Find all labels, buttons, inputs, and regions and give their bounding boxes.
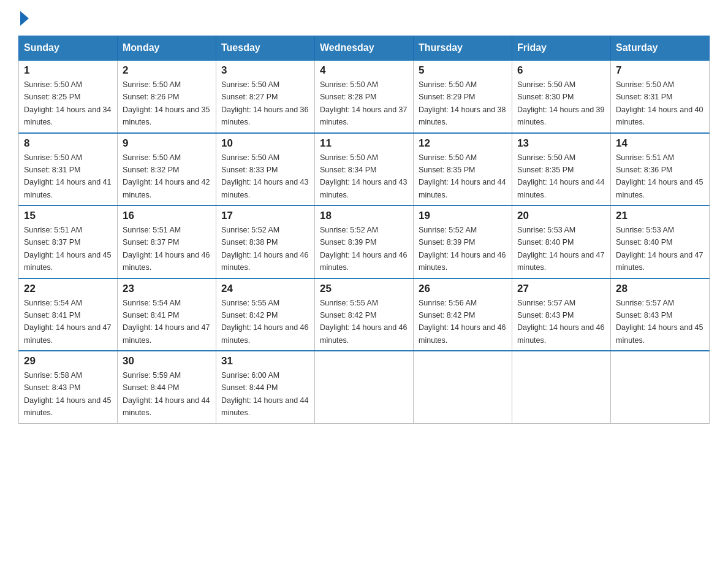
- day-number: 13: [517, 137, 605, 150]
- day-info: Sunrise: 5:50 AMSunset: 8:25 PMDaylight:…: [24, 80, 111, 126]
- calendar-cell: 30 Sunrise: 5:59 AMSunset: 8:44 PMDaylig…: [118, 351, 216, 423]
- calendar-table: SundayMondayTuesdayWednesdayThursdayFrid…: [18, 36, 710, 424]
- day-info: Sunrise: 5:50 AMSunset: 8:35 PMDaylight:…: [419, 153, 506, 199]
- calendar-cell: 13 Sunrise: 5:50 AMSunset: 8:35 PMDaylig…: [512, 133, 611, 206]
- calendar-cell: 22 Sunrise: 5:54 AMSunset: 8:41 PMDaylig…: [19, 278, 118, 351]
- calendar-header-friday: Friday: [512, 36, 611, 61]
- day-info: Sunrise: 5:52 AMSunset: 8:39 PMDaylight:…: [320, 226, 407, 272]
- calendar-week-row: 15 Sunrise: 5:51 AMSunset: 8:37 PMDaylig…: [19, 205, 710, 278]
- day-number: 4: [320, 64, 408, 77]
- day-number: 19: [419, 210, 507, 222]
- calendar-cell: 14 Sunrise: 5:51 AMSunset: 8:36 PMDaylig…: [611, 133, 710, 206]
- day-number: 28: [616, 283, 704, 295]
- day-info: Sunrise: 5:50 AMSunset: 8:30 PMDaylight:…: [517, 80, 604, 126]
- day-number: 17: [221, 210, 309, 222]
- day-info: Sunrise: 5:51 AMSunset: 8:36 PMDaylight:…: [616, 153, 703, 199]
- calendar-cell: 18 Sunrise: 5:52 AMSunset: 8:39 PMDaylig…: [315, 205, 414, 278]
- day-info: Sunrise: 5:54 AMSunset: 8:41 PMDaylight:…: [24, 299, 111, 345]
- day-number: 1: [24, 64, 112, 77]
- day-info: Sunrise: 5:55 AMSunset: 8:42 PMDaylight:…: [320, 299, 407, 345]
- calendar-cell: 28 Sunrise: 5:57 AMSunset: 8:43 PMDaylig…: [611, 278, 710, 351]
- day-number: 11: [320, 137, 408, 150]
- calendar-header-sunday: Sunday: [19, 36, 118, 61]
- day-number: 3: [221, 64, 309, 77]
- calendar-cell: 25 Sunrise: 5:55 AMSunset: 8:42 PMDaylig…: [315, 278, 414, 351]
- day-info: Sunrise: 5:50 AMSunset: 8:28 PMDaylight:…: [320, 80, 407, 126]
- calendar-week-row: 8 Sunrise: 5:50 AMSunset: 8:31 PMDayligh…: [19, 133, 710, 206]
- calendar-header-monday: Monday: [118, 36, 216, 61]
- day-number: 5: [419, 64, 507, 77]
- calendar-cell: 16 Sunrise: 5:51 AMSunset: 8:37 PMDaylig…: [118, 205, 216, 278]
- calendar-cell: 4 Sunrise: 5:50 AMSunset: 8:28 PMDayligh…: [315, 60, 414, 133]
- day-number: 16: [123, 210, 211, 222]
- calendar-cell: 20 Sunrise: 5:53 AMSunset: 8:40 PMDaylig…: [512, 205, 611, 278]
- day-number: 18: [320, 210, 408, 222]
- day-info: Sunrise: 5:51 AMSunset: 8:37 PMDaylight:…: [123, 226, 210, 272]
- day-number: 15: [24, 210, 112, 222]
- calendar-cell: 1 Sunrise: 5:50 AMSunset: 8:25 PMDayligh…: [19, 60, 118, 133]
- calendar-cell: 9 Sunrise: 5:50 AMSunset: 8:32 PMDayligh…: [118, 133, 216, 206]
- day-number: 2: [123, 64, 211, 77]
- logo: [18, 12, 29, 23]
- day-number: 8: [24, 137, 112, 150]
- calendar-cell: 8 Sunrise: 5:50 AMSunset: 8:31 PMDayligh…: [19, 133, 118, 206]
- day-info: Sunrise: 5:50 AMSunset: 8:34 PMDaylight:…: [320, 153, 407, 199]
- day-number: 14: [616, 137, 704, 150]
- day-number: 30: [123, 355, 211, 367]
- calendar-cell: 11 Sunrise: 5:50 AMSunset: 8:34 PMDaylig…: [315, 133, 414, 206]
- page-header: [18, 12, 710, 23]
- day-info: Sunrise: 5:59 AMSunset: 8:44 PMDaylight:…: [123, 371, 210, 417]
- day-info: Sunrise: 5:50 AMSunset: 8:27 PMDaylight:…: [221, 80, 308, 126]
- day-info: Sunrise: 5:52 AMSunset: 8:39 PMDaylight:…: [419, 226, 506, 272]
- day-info: Sunrise: 5:54 AMSunset: 8:41 PMDaylight:…: [123, 299, 210, 345]
- calendar-header-thursday: Thursday: [414, 36, 512, 61]
- day-number: 22: [24, 283, 112, 295]
- calendar-cell: 3 Sunrise: 5:50 AMSunset: 8:27 PMDayligh…: [216, 60, 315, 133]
- day-info: Sunrise: 5:50 AMSunset: 8:26 PMDaylight:…: [123, 80, 210, 126]
- day-number: 9: [123, 137, 211, 150]
- day-number: 7: [616, 64, 704, 77]
- day-number: 12: [419, 137, 507, 150]
- calendar-header-row: SundayMondayTuesdayWednesdayThursdayFrid…: [19, 36, 710, 61]
- calendar-cell: [512, 351, 611, 423]
- calendar-cell: 26 Sunrise: 5:56 AMSunset: 8:42 PMDaylig…: [414, 278, 512, 351]
- calendar-cell: 31 Sunrise: 6:00 AMSunset: 8:44 PMDaylig…: [216, 351, 315, 423]
- logo-arrow-icon: [20, 11, 29, 26]
- day-info: Sunrise: 5:50 AMSunset: 8:33 PMDaylight:…: [221, 153, 308, 199]
- calendar-cell: 27 Sunrise: 5:57 AMSunset: 8:43 PMDaylig…: [512, 278, 611, 351]
- calendar-cell: 17 Sunrise: 5:52 AMSunset: 8:38 PMDaylig…: [216, 205, 315, 278]
- day-info: Sunrise: 5:52 AMSunset: 8:38 PMDaylight:…: [221, 226, 308, 272]
- day-info: Sunrise: 5:53 AMSunset: 8:40 PMDaylight:…: [517, 226, 604, 272]
- day-number: 6: [517, 64, 605, 77]
- calendar-cell: [414, 351, 512, 423]
- day-number: 21: [616, 210, 704, 222]
- calendar-cell: 24 Sunrise: 5:55 AMSunset: 8:42 PMDaylig…: [216, 278, 315, 351]
- calendar-cell: 29 Sunrise: 5:58 AMSunset: 8:43 PMDaylig…: [19, 351, 118, 423]
- day-number: 27: [517, 283, 605, 295]
- calendar-cell: 2 Sunrise: 5:50 AMSunset: 8:26 PMDayligh…: [118, 60, 216, 133]
- calendar-week-row: 1 Sunrise: 5:50 AMSunset: 8:25 PMDayligh…: [19, 60, 710, 133]
- day-number: 31: [221, 355, 309, 367]
- calendar-cell: 21 Sunrise: 5:53 AMSunset: 8:40 PMDaylig…: [611, 205, 710, 278]
- day-number: 26: [419, 283, 507, 295]
- calendar-cell: 7 Sunrise: 5:50 AMSunset: 8:31 PMDayligh…: [611, 60, 710, 133]
- day-info: Sunrise: 5:57 AMSunset: 8:43 PMDaylight:…: [517, 299, 604, 345]
- calendar-cell: 6 Sunrise: 5:50 AMSunset: 8:30 PMDayligh…: [512, 60, 611, 133]
- day-number: 10: [221, 137, 309, 150]
- day-info: Sunrise: 5:50 AMSunset: 8:32 PMDaylight:…: [123, 153, 210, 199]
- day-number: 29: [24, 355, 112, 367]
- day-info: Sunrise: 5:58 AMSunset: 8:43 PMDaylight:…: [24, 371, 111, 417]
- calendar-cell: 19 Sunrise: 5:52 AMSunset: 8:39 PMDaylig…: [414, 205, 512, 278]
- day-info: Sunrise: 5:51 AMSunset: 8:37 PMDaylight:…: [24, 226, 111, 272]
- day-info: Sunrise: 6:00 AMSunset: 8:44 PMDaylight:…: [221, 371, 308, 417]
- calendar-header-wednesday: Wednesday: [315, 36, 414, 61]
- calendar-cell: [611, 351, 710, 423]
- day-info: Sunrise: 5:50 AMSunset: 8:31 PMDaylight:…: [616, 80, 703, 126]
- calendar-cell: 5 Sunrise: 5:50 AMSunset: 8:29 PMDayligh…: [414, 60, 512, 133]
- calendar-cell: 23 Sunrise: 5:54 AMSunset: 8:41 PMDaylig…: [118, 278, 216, 351]
- day-number: 20: [517, 210, 605, 222]
- calendar-cell: [315, 351, 414, 423]
- calendar-header-tuesday: Tuesday: [216, 36, 315, 61]
- day-info: Sunrise: 5:50 AMSunset: 8:29 PMDaylight:…: [419, 80, 506, 126]
- calendar-week-row: 22 Sunrise: 5:54 AMSunset: 8:41 PMDaylig…: [19, 278, 710, 351]
